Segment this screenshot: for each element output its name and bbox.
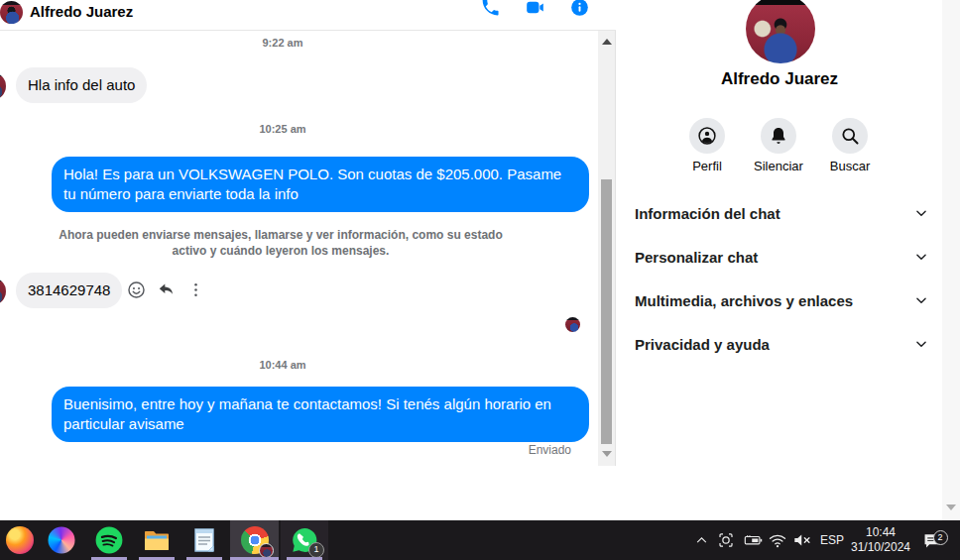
phone-icon[interactable] [480,0,501,18]
notification-badge: 2 [933,530,948,545]
info-icon[interactable] [569,0,590,18]
whatsapp-badge: 1 [308,542,324,558]
scroll-up-arrow[interactable] [602,39,612,45]
message-list[interactable]: 9:22 am Hla info del auto 10:25 am Hola!… [0,31,598,466]
search-button[interactable] [832,118,868,154]
tray-clock[interactable]: 10:44 31/10/2024 [849,525,912,555]
profile-button-label: Perfil [667,159,747,173]
taskbar-file-explorer[interactable] [135,520,179,560]
firefox-icon [6,526,34,554]
tray-capture[interactable] [714,520,738,560]
tray-battery[interactable] [740,520,766,560]
section-label: Personalizar chat [635,249,758,266]
taskbar-whatsapp[interactable]: 1 [281,520,328,560]
tray-chevron-up[interactable] [690,520,712,560]
video-call-icon[interactable] [525,0,545,18]
tray-action-center[interactable]: 2 [918,520,944,560]
chevron-down-icon [914,293,928,307]
messenger-window: Alfredo Juarez 9:22 am Hla info del [0,0,960,560]
contact-avatar[interactable] [0,1,23,24]
scroll-down-arrow[interactable] [602,451,612,457]
chat-header: Alfredo Juarez [0,0,616,31]
chevron-down-icon [914,206,928,220]
chevron-down-icon [914,337,928,351]
battery-charging-icon [743,532,763,548]
received-message[interactable]: Hla info del auto [16,67,147,103]
section-chat-info[interactable]: Información del chat [635,201,928,225]
search-button-label: Buscar [810,159,890,173]
composer-bar: GIF [0,466,616,520]
profile-photo[interactable] [746,0,815,63]
message-hover-actions [127,280,205,299]
timestamp: 10:44 am [0,359,565,371]
tray-date: 31/10/2024 [849,540,912,555]
profile-button[interactable] [689,118,725,154]
speaker-mute-icon [792,532,812,548]
section-label: Información del chat [635,205,780,222]
section-privacy-help[interactable]: Privacidad y ayuda [635,332,928,356]
capture-icon [717,531,735,549]
seen-indicator-avatar [565,317,580,332]
section-label: Privacidad y ayuda [635,336,770,353]
system-message: Ahora pueden enviarse mensajes, llamarse… [43,227,519,259]
scroll-down-arrow[interactable] [946,504,956,510]
received-message[interactable]: 3814629748 [16,273,122,308]
emoji-react-icon[interactable] [127,280,146,299]
sidebar-scrollbar[interactable] [942,0,960,520]
tray-language[interactable]: ESP [815,520,849,560]
sent-message[interactable]: Buenisimo, entre hoy y mañana te contact… [52,387,589,442]
taskbar-firefox[interactable] [0,520,40,560]
taskbar: 1 [0,520,960,560]
peer-avatar [0,72,6,100]
contact-name[interactable]: Alfredo Juarez [30,3,133,20]
file-explorer-icon [143,526,171,554]
taskbar-copilot[interactable] [42,520,81,560]
tray-wifi[interactable] [766,520,789,560]
chrome-profile-avatar [259,543,274,558]
peer-avatar [0,278,6,305]
tray-time: 10:44 [849,525,912,540]
timestamp: 10:25 am [0,123,565,135]
search-icon [840,126,860,146]
chevron-down-icon [914,250,928,264]
timestamp: 9:22 am [0,37,565,49]
chevron-up-icon [695,534,708,547]
wifi-icon [769,533,786,548]
profile-icon [697,126,717,146]
reply-icon[interactable] [157,280,176,299]
taskbar-chrome[interactable] [230,520,279,560]
sent-status: Enviado [529,443,571,457]
section-label: Multimedia, archivos y enlaces [635,292,853,309]
spotify-icon [95,526,123,554]
taskbar-notepad[interactable] [182,520,226,560]
chat-scrollbar[interactable] [598,31,615,466]
notepad-icon [190,526,218,554]
section-customize-chat[interactable]: Personalizar chat [635,245,928,269]
section-media-files-links[interactable]: Multimedia, archivos y enlaces [635,288,928,312]
chat-panel: Alfredo Juarez 9:22 am Hla info del [0,0,616,520]
mute-button-label: Silenciar [739,159,818,173]
more-options-icon[interactable] [186,280,205,299]
copilot-icon [49,527,75,554]
mute-button[interactable] [761,118,796,154]
sent-message[interactable]: Hola! Es para un VOLKSWAGEN POLO. Son cu… [52,157,589,212]
scrollbar-thumb[interactable] [601,179,612,444]
taskbar-spotify[interactable] [87,520,131,560]
profile-name: Alfredo Juarez [617,69,942,89]
language-indicator: ESP [820,533,844,547]
tray-volume-muted[interactable] [789,520,815,560]
bell-icon [769,126,788,146]
chat-details-sidebar: Alfredo Juarez Perfil Silenciar Buscar I [617,0,942,520]
